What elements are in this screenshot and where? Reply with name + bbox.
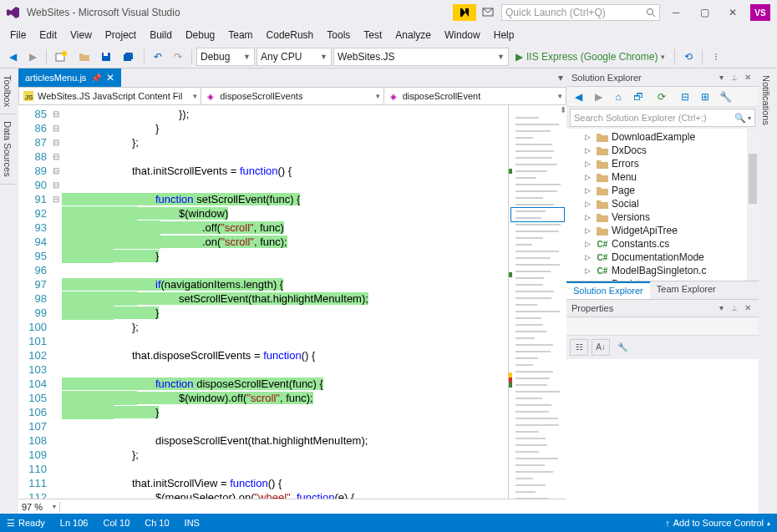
minimap[interactable]: ⬍ [508,105,566,499]
pin-icon[interactable]: ⟂ [729,73,740,82]
overflow-button[interactable]: ⁝ [707,48,725,66]
wrench-icon[interactable]: 🔧 [613,339,632,356]
menu-coderush[interactable]: CodeRush [260,27,321,43]
nav-member2-combo[interactable]: ◈ disposeScrollEvent▾ [384,88,566,104]
refresh-icon[interactable]: ⟳ [653,89,670,105]
save-all-button[interactable] [118,48,140,66]
notifications-icon[interactable] [480,6,496,19]
redo-button[interactable]: ↷ [169,48,187,66]
zoom-combo[interactable]: 97 %▾ [18,502,60,512]
menu-team[interactable]: Team [221,27,259,43]
expand-icon[interactable]: ▷ [585,266,593,275]
alphabetical-icon[interactable]: A↓ [592,339,610,356]
expand-icon[interactable]: ▷ [585,146,593,155]
tree-node[interactable]: ▷C#DocumentationMode [566,251,759,264]
rail-tab-toolbox[interactable]: Toolbox [0,68,15,114]
source-control-button[interactable]: ↑ Add to Source Control ▴ [665,518,770,528]
close-icon[interactable]: ✕ [106,72,114,84]
menu-window[interactable]: Window [438,27,487,43]
document-tab-active[interactable]: articlesMenu.js 📌 ✕ [18,68,121,87]
tree-node[interactable]: ▷Versions [566,210,759,224]
tree-node[interactable]: ▷DxDocs [566,144,759,157]
start-debug-button[interactable]: ▶ IIS Express (Google Chrome) ▾ [510,51,670,63]
panel-dropdown-icon[interactable]: ▾ [715,73,727,82]
expand-icon[interactable]: ▷ [585,200,593,208]
account-badge[interactable]: VS [750,4,770,21]
tree-node[interactable]: ▷Menu [566,170,759,184]
tree-node[interactable]: ▷Page [566,184,759,197]
rail-tab-notifications[interactable]: Notifications [759,68,774,132]
tree-node[interactable]: ▷Social [566,197,759,210]
browser-link-button[interactable]: ⟲ [679,48,698,66]
menu-build[interactable]: Build [143,27,179,43]
solution-search-input[interactable]: Search Solution Explorer (Ctrl+;) 🔍 ▾ [570,109,755,127]
home-icon[interactable]: ⌂ [610,89,627,105]
pin-icon[interactable]: 📌 [91,73,101,83]
categorized-icon[interactable]: ☷ [570,339,588,356]
panel-tab-team-explorer[interactable]: Team Explorer [650,281,723,299]
quick-launch-input[interactable]: Quick Launch (Ctrl+Q) [501,4,660,21]
close-icon[interactable]: ✕ [742,73,754,82]
back-button[interactable]: ◀ [570,89,587,105]
panel-tab-solution-explorer[interactable]: Solution Explorer [566,281,650,299]
tree-node[interactable]: ▷WidgetApiTree [566,224,759,237]
fold-column[interactable]: ⊟⊟⊟⊟⊟⊟⊟ [50,105,62,499]
minimap-viewport[interactable] [510,207,565,222]
rail-tab-data-sources[interactable]: Data Sources [0,114,15,185]
expand-icon[interactable]: ▷ [585,226,593,235]
maximize-button[interactable]: ▢ [692,4,717,21]
undo-button[interactable]: ↶ [149,48,167,66]
expand-icon[interactable]: ▷ [585,280,593,281]
forward-button[interactable]: ▶ [590,89,607,105]
sync-icon[interactable]: 🗗 [630,89,647,105]
tree-node[interactable]: ▷C#Registry.cs [566,277,759,281]
show-all-icon[interactable]: ⊞ [697,89,714,105]
vertical-scrollbar[interactable] [747,129,759,281]
expand-icon[interactable]: ▷ [585,160,593,168]
panel-dropdown-icon[interactable]: ▾ [715,303,727,312]
tree-node[interactable]: ▷DownloadExample [566,130,759,144]
tree-node[interactable]: ▷Errors [566,157,759,170]
nav-forward-button[interactable]: ▶ [23,48,42,66]
nav-scope-combo[interactable]: JS WebSites.JS JavaScript Content Fil▾ [19,88,201,104]
split-grip-icon[interactable]: ⬍ [560,105,566,114]
close-icon[interactable]: ✕ [742,303,754,312]
new-project-button[interactable] [51,48,73,66]
save-button[interactable] [96,48,116,66]
tab-dropdown-icon[interactable]: ▾ [558,72,563,84]
expand-icon[interactable]: ▷ [585,213,593,221]
menu-tools[interactable]: Tools [320,27,357,43]
tree-node[interactable]: ▷C#ModelBagSingleton.c [566,264,759,277]
menu-debug[interactable]: Debug [179,27,221,43]
platform-combo[interactable]: Any CPU▼ [256,48,332,66]
collapse-icon[interactable]: ⊟ [677,89,693,105]
minimize-button[interactable]: ─ [663,4,688,21]
open-file-button[interactable] [74,48,94,66]
code-editor[interactable]: 8586878889909192939495969798991001011021… [18,105,566,499]
chevron-down-icon[interactable]: ▾ [748,114,751,122]
expand-icon[interactable]: ▷ [585,186,593,195]
menu-project[interactable]: Project [99,27,143,43]
solution-tree[interactable]: ▷DownloadExample▷DxDocs▷Errors▷Menu▷Page… [566,129,759,281]
feedback-flag-icon[interactable] [453,4,476,21]
config-combo[interactable]: Debug▼ [196,48,255,66]
expand-icon[interactable]: ▷ [585,133,593,141]
menu-help[interactable]: Help [487,27,521,43]
expand-icon[interactable]: ▷ [585,253,593,261]
nav-member1-combo[interactable]: ◈ disposeScrollEvents▾ [201,88,383,104]
properties-grid[interactable] [566,359,759,514]
tree-node[interactable]: ▷C#Constants.cs [566,237,759,251]
properties-icon[interactable]: 🔧 [717,89,734,105]
code-content[interactable]: });}};that.initScrollEvents = function()… [62,105,508,499]
close-button[interactable]: ✕ [720,4,745,21]
menu-analyze[interactable]: Analyze [388,27,438,43]
menu-edit[interactable]: Edit [33,27,63,43]
menu-test[interactable]: Test [357,27,388,43]
expand-icon[interactable]: ▷ [585,173,593,181]
menu-file[interactable]: File [3,27,33,43]
nav-back-button[interactable]: ◀ [3,48,22,66]
menu-view[interactable]: View [63,27,99,43]
pin-icon[interactable]: ⟂ [729,303,740,312]
startup-combo[interactable]: WebSites.JS▼ [333,48,509,66]
expand-icon[interactable]: ▷ [585,240,593,248]
